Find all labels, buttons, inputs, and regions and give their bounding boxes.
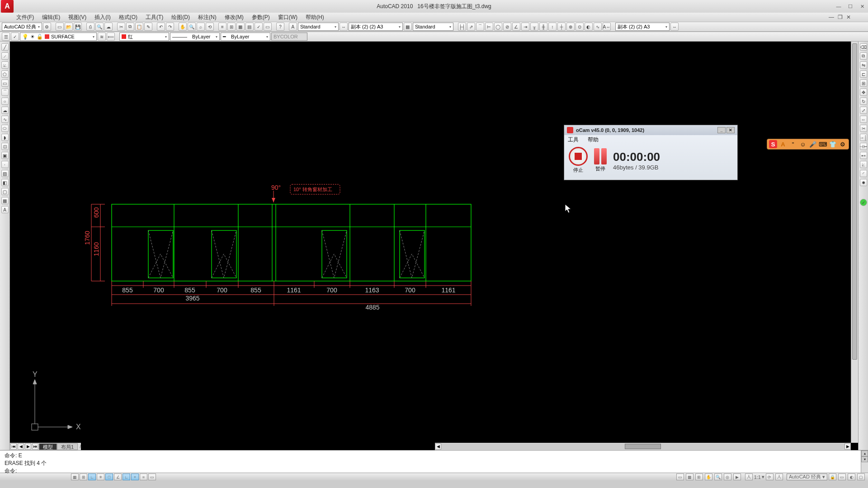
tab-layout1[interactable]: 布局1 [57, 443, 78, 450]
comm-center-icon[interactable]: ✓ [860, 199, 867, 206]
rotate-icon[interactable]: ↻ [860, 98, 867, 105]
layerprops-icon[interactable]: ☰ [2, 33, 10, 41]
dimedit-icon[interactable]: A↔ [603, 23, 611, 31]
layerstate-icon[interactable]: ✓ [11, 33, 19, 41]
sogou-icon[interactable]: S [769, 140, 777, 148]
dim-continue-icon[interactable]: ╫ [539, 23, 547, 31]
match-icon[interactable]: ✎ [144, 23, 152, 31]
extend-icon[interactable]: →│ [860, 134, 867, 141]
region-icon[interactable]: ▢ [1, 188, 9, 195]
ocam-close[interactable]: ✕ [726, 127, 735, 133]
tab-prev[interactable]: ◀ [18, 443, 24, 450]
tab-next[interactable]: ▶ [25, 443, 31, 450]
menu-window[interactable]: 窗口(W) [278, 14, 297, 21]
dimupdate-icon[interactable]: ↔ [670, 23, 679, 31]
revcloud-icon[interactable]: ☁ [1, 107, 9, 114]
redo-icon[interactable]: ↷ [166, 23, 174, 31]
tab-model[interactable]: 模型 [39, 443, 57, 450]
move-icon[interactable]: ✥ [860, 89, 867, 96]
print-icon[interactable]: ⎙ [86, 23, 94, 31]
mtext-icon[interactable]: A [1, 206, 9, 213]
gradient-icon[interactable]: ◧ [1, 179, 9, 186]
menu-file[interactable]: 文件(F) [16, 14, 34, 21]
rect-icon[interactable]: ▭ [1, 80, 9, 87]
save-icon[interactable]: 💾 [74, 23, 82, 31]
menu-edit[interactable]: 编辑(E) [42, 14, 60, 21]
dim-space-icon[interactable]: ↕ [548, 23, 557, 31]
dim-aligned-icon[interactable]: ⇗ [467, 23, 475, 31]
cmd-line-3[interactable]: 命令: [5, 467, 863, 475]
dim-radius-icon[interactable]: ◯ [494, 23, 502, 31]
ime-toolbar[interactable]: S A " ☺ 🎤 ⌨ 👕 ⚙ [767, 139, 849, 150]
undo-icon[interactable]: ↶ [157, 23, 165, 31]
annoscale-selector[interactable]: 副本 (2) (2) A3▾ [615, 23, 670, 31]
ime-skin-icon[interactable]: 👕 [829, 140, 837, 148]
cmd-scrollbar[interactable]: ▴▾ [861, 450, 868, 473]
zoom-rt-icon[interactable]: 🔍 [188, 23, 196, 31]
sheetset-icon[interactable]: ▤ [245, 23, 254, 31]
layermatch-icon[interactable]: ≋ [98, 33, 106, 41]
fillet-icon[interactable]: ◜ [860, 170, 867, 177]
menu-view[interactable]: 视图(V) [68, 14, 86, 21]
chamfer-icon[interactable]: ⟀ [860, 161, 867, 168]
layerprev-icon[interactable]: ⟸ [107, 33, 115, 41]
ime-settings-icon[interactable]: ⚙ [839, 140, 847, 148]
dim-angular-icon[interactable]: ∠ [512, 23, 520, 31]
open-icon[interactable]: 📂 [65, 23, 73, 31]
linetype-selector[interactable]: ——— ByLayer▾ [170, 33, 220, 41]
dim-arc-icon[interactable]: ⌒ [476, 23, 484, 31]
dcenter-icon[interactable]: ⊞ [227, 23, 236, 31]
break-icon[interactable]: ⊣⊢ [860, 143, 867, 150]
copy-icon[interactable]: ⧉ [126, 23, 134, 31]
jogged-icon[interactable]: ∿ [594, 23, 602, 31]
gear-icon[interactable]: ⚙ [43, 23, 51, 31]
tablestyle-icon[interactable]: ▦ [404, 23, 412, 31]
ocam-stop-button[interactable] [569, 147, 588, 166]
workspace-selector[interactable]: AutoCAD 经典▾ [2, 23, 42, 31]
textstyle-selector[interactable]: Standard▾ [298, 23, 339, 31]
erase-icon[interactable]: ⌫ [860, 43, 867, 51]
zoom-win-icon[interactable]: ⌕ [197, 23, 205, 31]
spline-icon[interactable]: ∿ [1, 116, 9, 123]
props-icon[interactable]: ≡ [218, 23, 226, 31]
dim-linear-icon[interactable]: ├┤ [458, 23, 466, 31]
horizontal-scrollbar[interactable]: ◀▶ [435, 443, 851, 450]
menu-insert[interactable]: 插入(I) [94, 14, 110, 21]
command-window[interactable]: 命令: E ERASE 找到 4 个 命令: ▴▾ [0, 450, 868, 473]
mirror-icon[interactable]: ⇋ [860, 61, 867, 69]
app-logo[interactable]: A [1, 0, 14, 13]
ellarc-icon[interactable]: ◗ [1, 134, 9, 141]
toolpal-icon[interactable]: ▦ [236, 23, 245, 31]
drawing-canvas[interactable]: 90° 10° 转角窗材加工 600 1160 1760 [10, 42, 858, 450]
stretch-icon[interactable]: ↔ [860, 116, 867, 123]
menu-param[interactable]: 参数(P) [252, 14, 270, 21]
xline-icon[interactable]: ⟋ [1, 52, 9, 60]
menu-tools[interactable]: 工具(T) [146, 14, 163, 21]
close-button[interactable]: ✕ [856, 2, 868, 11]
dim-baseline-icon[interactable]: ╥ [530, 23, 538, 31]
doc-close[interactable]: ✕ [846, 14, 851, 20]
menu-format[interactable]: 格式(O) [119, 14, 137, 21]
vertical-scrollbar[interactable] [851, 42, 858, 443]
point-icon[interactable]: · [1, 161, 9, 168]
ocam-menu-help[interactable]: 帮助 [588, 136, 599, 144]
ocam-menu-tools[interactable]: 工具 [568, 136, 579, 144]
layer-selector[interactable]: 💡 ☀ 🔓 SURFACE▾ [20, 33, 97, 41]
ime-lang[interactable]: A [779, 140, 787, 148]
array-icon[interactable]: ⊞ [860, 80, 867, 87]
table-icon[interactable]: ▦ [1, 197, 9, 204]
doc-restore[interactable]: ❐ [838, 14, 843, 20]
explode-icon[interactable]: ✸ [860, 179, 867, 186]
menu-modify[interactable]: 修改(M) [225, 14, 244, 21]
join-icon[interactable]: ⊷ [860, 152, 867, 159]
markup-icon[interactable]: ✓ [255, 23, 263, 31]
cut-icon[interactable]: ✂ [117, 23, 125, 31]
preview-icon[interactable]: 🔍 [95, 23, 104, 31]
ime-mic-icon[interactable]: 🎤 [809, 140, 817, 148]
tablestyle-selector[interactable]: Standard▾ [413, 23, 453, 31]
ocam-pause-button[interactable] [594, 148, 607, 164]
dimstyle-selector[interactable]: 副本 (2) (2) A3▾ [349, 23, 403, 31]
lineweight-selector[interactable]: ━ ByLayer▾ [221, 33, 270, 41]
ellipse-icon[interactable]: ⬭ [1, 125, 9, 132]
tolerance-icon[interactable]: ⊕ [566, 23, 575, 31]
